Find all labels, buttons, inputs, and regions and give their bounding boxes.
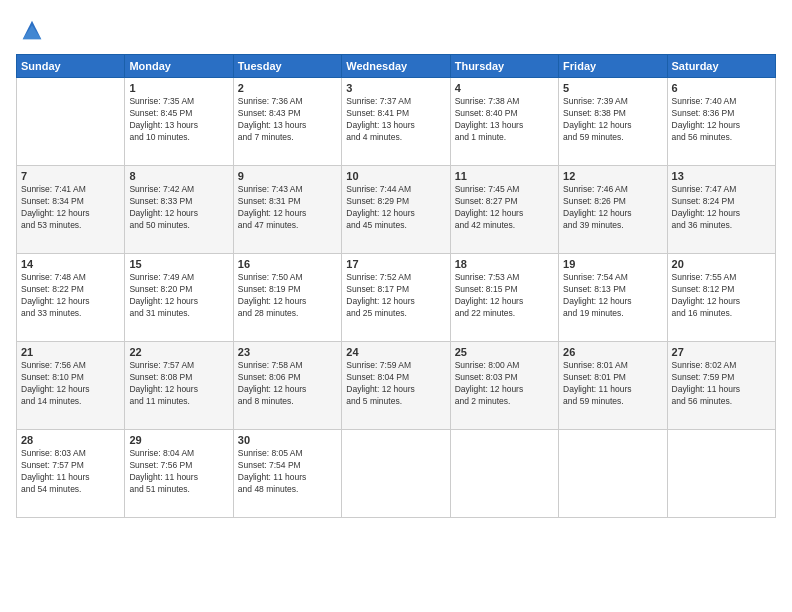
day-number: 8 <box>129 170 228 182</box>
day-info: Sunrise: 7:53 AMSunset: 8:15 PMDaylight:… <box>455 272 554 320</box>
day-info: Sunrise: 7:37 AMSunset: 8:41 PMDaylight:… <box>346 96 445 144</box>
calendar-cell: 8Sunrise: 7:42 AMSunset: 8:33 PMDaylight… <box>125 166 233 254</box>
day-info: Sunrise: 8:00 AMSunset: 8:03 PMDaylight:… <box>455 360 554 408</box>
column-header-thursday: Thursday <box>450 55 558 78</box>
calendar-cell: 9Sunrise: 7:43 AMSunset: 8:31 PMDaylight… <box>233 166 341 254</box>
week-row-1: 1Sunrise: 7:35 AMSunset: 8:45 PMDaylight… <box>17 78 776 166</box>
day-number: 2 <box>238 82 337 94</box>
calendar-cell: 24Sunrise: 7:59 AMSunset: 8:04 PMDayligh… <box>342 342 450 430</box>
day-number: 30 <box>238 434 337 446</box>
week-row-5: 28Sunrise: 8:03 AMSunset: 7:57 PMDayligh… <box>17 430 776 518</box>
day-info: Sunrise: 7:56 AMSunset: 8:10 PMDaylight:… <box>21 360 120 408</box>
day-number: 27 <box>672 346 771 358</box>
day-info: Sunrise: 7:46 AMSunset: 8:26 PMDaylight:… <box>563 184 662 232</box>
calendar-cell: 25Sunrise: 8:00 AMSunset: 8:03 PMDayligh… <box>450 342 558 430</box>
svg-marker-1 <box>23 25 42 39</box>
logo-icon <box>18 16 46 44</box>
calendar-cell: 21Sunrise: 7:56 AMSunset: 8:10 PMDayligh… <box>17 342 125 430</box>
day-number: 19 <box>563 258 662 270</box>
column-header-tuesday: Tuesday <box>233 55 341 78</box>
calendar-table: SundayMondayTuesdayWednesdayThursdayFrid… <box>16 54 776 518</box>
day-info: Sunrise: 7:50 AMSunset: 8:19 PMDaylight:… <box>238 272 337 320</box>
calendar-cell: 12Sunrise: 7:46 AMSunset: 8:26 PMDayligh… <box>559 166 667 254</box>
day-number: 7 <box>21 170 120 182</box>
day-number: 12 <box>563 170 662 182</box>
calendar-cell: 18Sunrise: 7:53 AMSunset: 8:15 PMDayligh… <box>450 254 558 342</box>
column-header-monday: Monday <box>125 55 233 78</box>
day-info: Sunrise: 7:55 AMSunset: 8:12 PMDaylight:… <box>672 272 771 320</box>
day-info: Sunrise: 8:02 AMSunset: 7:59 PMDaylight:… <box>672 360 771 408</box>
calendar-header-row: SundayMondayTuesdayWednesdayThursdayFrid… <box>17 55 776 78</box>
calendar-cell: 3Sunrise: 7:37 AMSunset: 8:41 PMDaylight… <box>342 78 450 166</box>
week-row-2: 7Sunrise: 7:41 AMSunset: 8:34 PMDaylight… <box>17 166 776 254</box>
day-number: 14 <box>21 258 120 270</box>
column-header-wednesday: Wednesday <box>342 55 450 78</box>
day-info: Sunrise: 7:43 AMSunset: 8:31 PMDaylight:… <box>238 184 337 232</box>
calendar-cell: 23Sunrise: 7:58 AMSunset: 8:06 PMDayligh… <box>233 342 341 430</box>
day-info: Sunrise: 7:47 AMSunset: 8:24 PMDaylight:… <box>672 184 771 232</box>
calendar-cell <box>667 430 775 518</box>
day-info: Sunrise: 7:48 AMSunset: 8:22 PMDaylight:… <box>21 272 120 320</box>
day-number: 20 <box>672 258 771 270</box>
day-info: Sunrise: 7:40 AMSunset: 8:36 PMDaylight:… <box>672 96 771 144</box>
day-number: 4 <box>455 82 554 94</box>
day-number: 17 <box>346 258 445 270</box>
calendar-cell: 14Sunrise: 7:48 AMSunset: 8:22 PMDayligh… <box>17 254 125 342</box>
day-info: Sunrise: 7:38 AMSunset: 8:40 PMDaylight:… <box>455 96 554 144</box>
day-number: 13 <box>672 170 771 182</box>
day-number: 28 <box>21 434 120 446</box>
day-number: 24 <box>346 346 445 358</box>
calendar-cell <box>342 430 450 518</box>
day-info: Sunrise: 7:41 AMSunset: 8:34 PMDaylight:… <box>21 184 120 232</box>
day-number: 11 <box>455 170 554 182</box>
day-number: 26 <box>563 346 662 358</box>
calendar-cell: 1Sunrise: 7:35 AMSunset: 8:45 PMDaylight… <box>125 78 233 166</box>
column-header-friday: Friday <box>559 55 667 78</box>
day-info: Sunrise: 7:44 AMSunset: 8:29 PMDaylight:… <box>346 184 445 232</box>
day-info: Sunrise: 7:35 AMSunset: 8:45 PMDaylight:… <box>129 96 228 144</box>
day-info: Sunrise: 7:36 AMSunset: 8:43 PMDaylight:… <box>238 96 337 144</box>
day-info: Sunrise: 7:42 AMSunset: 8:33 PMDaylight:… <box>129 184 228 232</box>
day-number: 9 <box>238 170 337 182</box>
calendar-cell: 16Sunrise: 7:50 AMSunset: 8:19 PMDayligh… <box>233 254 341 342</box>
day-number: 10 <box>346 170 445 182</box>
day-info: Sunrise: 7:52 AMSunset: 8:17 PMDaylight:… <box>346 272 445 320</box>
page-container: SundayMondayTuesdayWednesdayThursdayFrid… <box>0 0 792 612</box>
calendar-cell: 10Sunrise: 7:44 AMSunset: 8:29 PMDayligh… <box>342 166 450 254</box>
day-number: 3 <box>346 82 445 94</box>
day-number: 1 <box>129 82 228 94</box>
day-info: Sunrise: 7:54 AMSunset: 8:13 PMDaylight:… <box>563 272 662 320</box>
day-info: Sunrise: 7:39 AMSunset: 8:38 PMDaylight:… <box>563 96 662 144</box>
day-number: 23 <box>238 346 337 358</box>
calendar-cell: 11Sunrise: 7:45 AMSunset: 8:27 PMDayligh… <box>450 166 558 254</box>
day-info: Sunrise: 8:03 AMSunset: 7:57 PMDaylight:… <box>21 448 120 496</box>
calendar-cell: 26Sunrise: 8:01 AMSunset: 8:01 PMDayligh… <box>559 342 667 430</box>
calendar-cell <box>559 430 667 518</box>
calendar-cell: 20Sunrise: 7:55 AMSunset: 8:12 PMDayligh… <box>667 254 775 342</box>
week-row-4: 21Sunrise: 7:56 AMSunset: 8:10 PMDayligh… <box>17 342 776 430</box>
day-info: Sunrise: 7:49 AMSunset: 8:20 PMDaylight:… <box>129 272 228 320</box>
calendar-cell: 17Sunrise: 7:52 AMSunset: 8:17 PMDayligh… <box>342 254 450 342</box>
calendar-cell <box>17 78 125 166</box>
calendar-cell: 6Sunrise: 7:40 AMSunset: 8:36 PMDaylight… <box>667 78 775 166</box>
day-info: Sunrise: 7:58 AMSunset: 8:06 PMDaylight:… <box>238 360 337 408</box>
day-number: 21 <box>21 346 120 358</box>
calendar-cell: 2Sunrise: 7:36 AMSunset: 8:43 PMDaylight… <box>233 78 341 166</box>
day-info: Sunrise: 7:59 AMSunset: 8:04 PMDaylight:… <box>346 360 445 408</box>
calendar-cell: 15Sunrise: 7:49 AMSunset: 8:20 PMDayligh… <box>125 254 233 342</box>
day-number: 18 <box>455 258 554 270</box>
day-info: Sunrise: 7:57 AMSunset: 8:08 PMDaylight:… <box>129 360 228 408</box>
calendar-cell: 27Sunrise: 8:02 AMSunset: 7:59 PMDayligh… <box>667 342 775 430</box>
day-number: 16 <box>238 258 337 270</box>
calendar-cell: 7Sunrise: 7:41 AMSunset: 8:34 PMDaylight… <box>17 166 125 254</box>
calendar-cell: 13Sunrise: 7:47 AMSunset: 8:24 PMDayligh… <box>667 166 775 254</box>
calendar-cell: 30Sunrise: 8:05 AMSunset: 7:54 PMDayligh… <box>233 430 341 518</box>
day-number: 5 <box>563 82 662 94</box>
day-info: Sunrise: 8:05 AMSunset: 7:54 PMDaylight:… <box>238 448 337 496</box>
day-number: 29 <box>129 434 228 446</box>
calendar-cell: 22Sunrise: 7:57 AMSunset: 8:08 PMDayligh… <box>125 342 233 430</box>
calendar-cell <box>450 430 558 518</box>
column-header-saturday: Saturday <box>667 55 775 78</box>
logo <box>16 16 46 44</box>
day-number: 25 <box>455 346 554 358</box>
